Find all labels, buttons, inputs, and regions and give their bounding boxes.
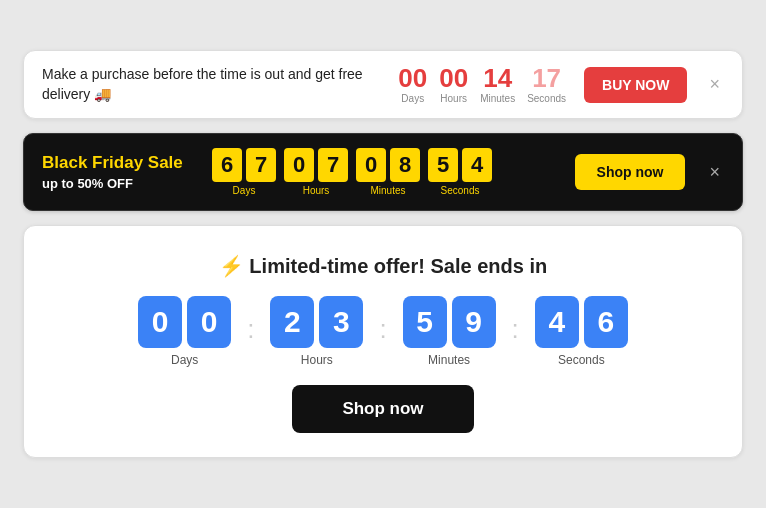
limited-seconds: 4 6 Seconds	[535, 296, 628, 367]
limited-hours-d2: 3	[319, 296, 363, 348]
limited-title: ⚡ Limited-time offer! Sale ends in	[219, 254, 547, 278]
limited-seconds-digits: 4 6	[535, 296, 628, 348]
limited-hours: 2 3 Hours	[270, 296, 363, 367]
days-value: 00	[398, 65, 427, 91]
limited-seconds-label: Seconds	[558, 353, 605, 367]
bf-hours-d2: 7	[318, 148, 348, 182]
bf-hours-label: Hours	[303, 185, 330, 196]
limited-days-d2: 0	[187, 296, 231, 348]
limited-seconds-d2: 6	[584, 296, 628, 348]
buy-now-button[interactable]: BUY NOW	[584, 67, 687, 103]
bf-seconds-d1: 5	[428, 148, 458, 182]
bf-title: Black Friday Sale	[42, 153, 192, 173]
bf-days: 6 7 Days	[212, 148, 276, 196]
bf-hours-d1: 0	[284, 148, 314, 182]
days-unit: 00 Days	[398, 65, 427, 104]
hours-label: Hours	[440, 93, 467, 104]
seconds-label: Seconds	[527, 93, 566, 104]
bf-countdown: 6 7 Days 0 7 Hours 0 8 Minutes 5 4 Secon…	[212, 148, 492, 196]
separator-3: :	[512, 314, 519, 367]
bf-shop-button[interactable]: Shop now	[575, 154, 686, 190]
bf-days-d2: 7	[246, 148, 276, 182]
bf-hours: 0 7 Hours	[284, 148, 348, 196]
limited-banner: ⚡ Limited-time offer! Sale ends in 0 0 D…	[23, 225, 743, 458]
lightning-icon: ⚡	[219, 255, 244, 277]
bf-title-block: Black Friday Sale up to 50% OFF	[42, 153, 192, 191]
limited-days-digits: 0 0	[138, 296, 231, 348]
limited-minutes-digits: 5 9	[403, 296, 496, 348]
limited-hours-digits: 2 3	[270, 296, 363, 348]
delivery-text: Make a purchase before the time is out a…	[42, 65, 380, 104]
minutes-value: 14	[483, 65, 512, 91]
bf-days-digits: 6 7	[212, 148, 276, 182]
delivery-close-button[interactable]: ×	[705, 74, 724, 95]
limited-countdown: 0 0 Days : 2 3 Hours : 5 9 Minutes : 4 6	[138, 296, 628, 367]
hours-value: 00	[439, 65, 468, 91]
limited-days-d1: 0	[138, 296, 182, 348]
bf-minutes-digits: 0 8	[356, 148, 420, 182]
days-label: Days	[401, 93, 424, 104]
limited-minutes: 5 9 Minutes	[403, 296, 496, 367]
blackfriday-banner: Black Friday Sale up to 50% OFF 6 7 Days…	[23, 133, 743, 211]
limited-hours-d1: 2	[270, 296, 314, 348]
limited-days: 0 0 Days	[138, 296, 231, 367]
limited-minutes-d1: 5	[403, 296, 447, 348]
limited-minutes-d2: 9	[452, 296, 496, 348]
separator-2: :	[379, 314, 386, 367]
seconds-unit: 17 Seconds	[527, 65, 566, 104]
limited-days-label: Days	[171, 353, 198, 367]
minutes-label: Minutes	[480, 93, 515, 104]
bf-seconds: 5 4 Seconds	[428, 148, 492, 196]
bf-minutes-d2: 8	[390, 148, 420, 182]
bf-close-button[interactable]: ×	[705, 162, 724, 183]
bf-minutes-label: Minutes	[370, 185, 405, 196]
limited-seconds-d1: 4	[535, 296, 579, 348]
separator-1: :	[247, 314, 254, 367]
delivery-banner: Make a purchase before the time is out a…	[23, 50, 743, 119]
bf-hours-digits: 0 7	[284, 148, 348, 182]
seconds-value: 17	[532, 65, 561, 91]
bf-days-label: Days	[233, 185, 256, 196]
delivery-countdown: 00 Days 00 Hours 14 Minutes 17 Seconds	[398, 65, 566, 104]
limited-title-text: Limited-time offer! Sale ends in	[249, 255, 547, 277]
bf-subtitle: up to 50% OFF	[42, 176, 192, 191]
hours-unit: 00 Hours	[439, 65, 468, 104]
minutes-unit: 14 Minutes	[480, 65, 515, 104]
bf-seconds-d2: 4	[462, 148, 492, 182]
bf-seconds-label: Seconds	[441, 185, 480, 196]
bf-days-d1: 6	[212, 148, 242, 182]
bf-seconds-digits: 5 4	[428, 148, 492, 182]
limited-shop-button[interactable]: Shop now	[292, 385, 473, 433]
bf-minutes-d1: 0	[356, 148, 386, 182]
limited-hours-label: Hours	[301, 353, 333, 367]
limited-minutes-label: Minutes	[428, 353, 470, 367]
bf-minutes: 0 8 Minutes	[356, 148, 420, 196]
